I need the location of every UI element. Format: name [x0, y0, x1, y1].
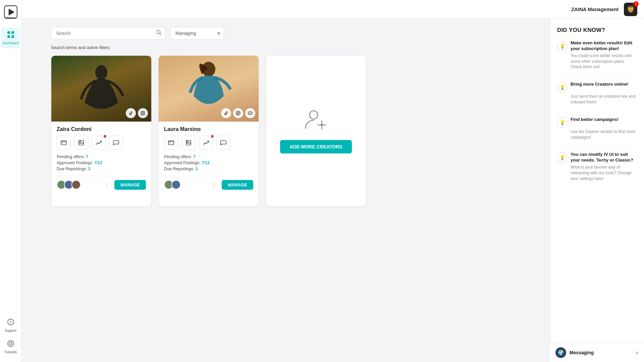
- sidebar-item-dashboard[interactable]: Dashboard: [1, 28, 20, 48]
- svg-point-28: [169, 143, 170, 143]
- sidebar-item-support[interactable]: ? Support: [1, 315, 20, 336]
- card-actions-laura: [164, 136, 253, 150]
- tip-4-header: 💡 You can modify IV UI to suit your need…: [557, 152, 637, 163]
- three-dots-zaira[interactable]: ⋮: [102, 180, 111, 190]
- sidebar-bottom-group: ? Support Tutorials: [1, 314, 20, 358]
- svg-rect-6: [11, 35, 14, 38]
- svg-point-24: [239, 112, 239, 112]
- card-avatars-zaira: [57, 180, 79, 189]
- card-stats-zaira: Pending offers: 7 Approved Postings: 7/1…: [57, 154, 146, 176]
- managing-select-wrap: Managing All Active Inactive ▾: [170, 27, 224, 40]
- content-area: Managing All Active Inactive ▾ Search te…: [43, 19, 550, 362]
- main-area: Managing All Active Inactive ▾ Search te…: [43, 19, 644, 362]
- tip-1-desc: You could score better results with some…: [571, 53, 637, 70]
- avatar-3-zaira: [71, 180, 81, 189]
- topbar-title: ZAINA Management: [571, 6, 619, 12]
- tip-3-header: 💡 Find better campaigns!: [557, 117, 637, 128]
- messaging-bar[interactable]: 🌍 Messaging ∧: [550, 343, 644, 362]
- svg-point-23: [237, 112, 239, 114]
- svg-point-18: [62, 143, 63, 143]
- add-creators-card: ADD MORE CREATORS: [266, 55, 366, 207]
- svg-marker-26: [250, 112, 251, 114]
- topbar-avatar[interactable]: 🦁 1: [624, 3, 637, 16]
- tip-2-desc: Just send them an invitation link and on…: [571, 94, 637, 105]
- tip-2: 💡 Bring more Creators online! Just send …: [557, 82, 637, 105]
- add-more-creators-button[interactable]: ADD MORE CREATORS: [280, 140, 352, 153]
- tip-2-icon: 💡: [557, 82, 567, 92]
- app-logo: influence: [3, 4, 19, 20]
- svg-rect-4: [11, 31, 14, 34]
- youtube-icon-laura[interactable]: [245, 108, 255, 118]
- svg-point-13: [95, 65, 107, 80]
- messaging-avatar: 🌍: [555, 347, 566, 358]
- managing-select[interactable]: Managing All Active Inactive: [170, 27, 224, 40]
- three-dots-laura[interactable]: ⋮: [210, 180, 218, 190]
- cards-grid: Zaira Cordoni: [51, 55, 542, 207]
- postings-btn-zaira[interactable]: [74, 136, 88, 150]
- card-image-zaira: [51, 56, 151, 122]
- postings-btn-laura[interactable]: [181, 136, 196, 150]
- approved-postings-zaira: Approved Postings: 7/12: [57, 161, 146, 165]
- tiktok-icon-laura[interactable]: [221, 108, 231, 118]
- tip-1: 💡 Make even better results! Edit your su…: [557, 40, 637, 70]
- svg-text:?: ?: [9, 320, 12, 325]
- svg-point-10: [9, 342, 12, 345]
- svg-rect-14: [141, 111, 145, 115]
- manage-btn-laura[interactable]: MANAGE: [222, 180, 253, 190]
- svg-rect-22: [236, 111, 240, 115]
- analytics-btn-laura[interactable]: [199, 136, 213, 150]
- svg-point-16: [144, 112, 144, 112]
- offers-btn-laura[interactable]: [164, 136, 178, 150]
- analytics-btn-zaira[interactable]: [92, 136, 106, 150]
- svg-point-20: [79, 141, 81, 142]
- instagram-icon-zaira[interactable]: [138, 108, 148, 118]
- card-footer-actions-laura: ⋮ MANAGE: [210, 180, 253, 190]
- sidebar-item-dashboard-label: Dashboard: [2, 41, 19, 45]
- tip-3-icon: 💡: [557, 118, 567, 128]
- topbar: ZAINA Management 🦁 1: [21, 0, 644, 19]
- svg-point-15: [142, 112, 144, 114]
- search-input[interactable]: [51, 27, 165, 40]
- tip-4-title: You can modify IV UI to suit your needs.…: [571, 152, 637, 163]
- messages-btn-laura[interactable]: [216, 136, 230, 150]
- sidebar-item-support-label: Support: [5, 329, 16, 332]
- sidebar: influence Dashboard ? Support Tutorials: [0, 0, 21, 362]
- offers-btn-zaira[interactable]: [57, 136, 71, 150]
- tip-divider-3: [557, 147, 637, 147]
- creator-name-laura: Laura Marsino: [164, 126, 253, 132]
- svg-text:influence: influence: [5, 16, 16, 19]
- pending-offers-laura: Pending offers: 7: [164, 154, 253, 159]
- dashboard-icon: [7, 31, 14, 40]
- messaging-label: Messaging: [570, 350, 632, 355]
- manage-btn-zaira[interactable]: MANAGE: [114, 180, 146, 190]
- tip-2-header: 💡 Bring more Creators online!: [557, 82, 637, 92]
- card-social-icons-laura: [221, 108, 255, 118]
- card-footer-zaira: ⋮ MANAGE: [51, 176, 151, 193]
- svg-rect-17: [61, 141, 66, 145]
- creator-card-laura: Laura Marsino: [158, 55, 259, 207]
- card-actions-zaira: [57, 136, 146, 150]
- card-image-laura: [159, 56, 259, 122]
- card-body-zaira: Zaira Cordoni: [51, 122, 151, 176]
- card-body-laura: Laura Marsino: [159, 122, 259, 176]
- svg-point-9: [8, 341, 14, 347]
- tip-divider-1: [557, 77, 637, 77]
- messaging-chevron-icon: ∧: [635, 350, 639, 355]
- instagram-icon-laura[interactable]: [233, 108, 243, 118]
- tip-4: 💡 You can modify IV UI to suit your need…: [557, 152, 637, 181]
- tip-3-desc: Use the Explore section to find more cam…: [571, 129, 637, 140]
- tip-1-header: 💡 Make even better results! Edit your su…: [557, 40, 637, 52]
- add-creators-icon: [304, 108, 328, 132]
- svg-point-31: [310, 111, 318, 119]
- tiktok-icon-zaira[interactable]: [126, 108, 136, 118]
- sidebar-item-tutorials[interactable]: Tutorials: [1, 336, 20, 357]
- svg-rect-3: [7, 31, 10, 34]
- messaging-avatar-emoji: 🌍: [557, 350, 564, 356]
- svg-marker-1: [8, 9, 14, 16]
- messages-btn-zaira[interactable]: [109, 136, 123, 150]
- search-button[interactable]: [156, 30, 162, 37]
- due-reportings-zaira: Due Reportings: 3: [57, 167, 146, 171]
- filter-label: Search terms and active filters: [51, 45, 542, 50]
- right-panel: DID YOU KNOW? 💡 Make even better results…: [550, 19, 644, 362]
- support-icon: ?: [7, 318, 14, 327]
